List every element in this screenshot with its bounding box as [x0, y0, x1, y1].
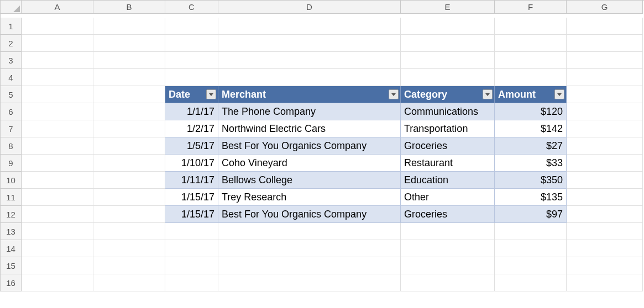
cell-G16[interactable]	[567, 274, 643, 291]
spreadsheet-grid[interactable]: ABCDEFG12345DateMerchantCategoryAmount61…	[0, 0, 644, 291]
cell-D13[interactable]	[218, 223, 401, 240]
cell-A14[interactable]	[22, 240, 93, 257]
cell-B11[interactable]	[93, 189, 165, 206]
cell-A1[interactable]	[22, 18, 93, 35]
column-header-A[interactable]: A	[22, 1, 93, 14]
cell-C4[interactable]	[165, 69, 218, 86]
cell-A9[interactable]	[22, 155, 93, 172]
cell-G10[interactable]	[567, 172, 643, 189]
cell-G13[interactable]	[567, 223, 643, 240]
cell-G7[interactable]	[567, 120, 643, 137]
cell-A12[interactable]	[22, 206, 93, 223]
cell-F4[interactable]	[495, 69, 567, 86]
cell-G15[interactable]	[567, 257, 643, 274]
cell-F2[interactable]	[495, 35, 567, 52]
table-cell-date[interactable]: 1/5/17	[165, 137, 218, 155]
cell-D4[interactable]	[218, 69, 401, 86]
row-header-4[interactable]: 4	[1, 69, 22, 86]
table-header-date[interactable]: Date	[165, 86, 218, 103]
row-header-7[interactable]: 7	[1, 120, 22, 137]
cell-F14[interactable]	[495, 240, 567, 257]
table-cell-category[interactable]: Transportation	[401, 120, 495, 137]
row-header-3[interactable]: 3	[1, 52, 22, 69]
cell-B12[interactable]	[93, 206, 165, 223]
cell-B15[interactable]	[93, 257, 165, 274]
table-cell-date[interactable]: 1/10/17	[165, 155, 218, 172]
table-header-merchant[interactable]: Merchant	[218, 86, 401, 103]
cell-E3[interactable]	[401, 52, 495, 69]
cell-B13[interactable]	[93, 223, 165, 240]
cell-G5[interactable]	[567, 86, 643, 103]
table-cell-date[interactable]: 1/15/17	[165, 206, 218, 223]
cell-B10[interactable]	[93, 172, 165, 189]
column-header-C[interactable]: C	[165, 1, 218, 14]
table-cell-merchant[interactable]: Coho Vineyard	[218, 155, 401, 172]
cell-F1[interactable]	[495, 18, 567, 35]
table-cell-merchant[interactable]: Best For You Organics Company	[218, 206, 401, 223]
cell-C14[interactable]	[165, 240, 218, 257]
cell-E15[interactable]	[401, 257, 495, 274]
table-cell-category[interactable]: Communications	[401, 103, 495, 120]
cell-B5[interactable]	[93, 86, 165, 103]
column-header-D[interactable]: D	[218, 1, 401, 14]
row-header-1[interactable]: 1	[1, 18, 22, 35]
cell-G11[interactable]	[567, 189, 643, 206]
column-header-E[interactable]: E	[401, 1, 495, 14]
cell-B8[interactable]	[93, 137, 165, 155]
filter-dropdown-icon[interactable]	[206, 89, 216, 99]
column-header-B[interactable]: B	[93, 1, 165, 14]
row-header-6[interactable]: 6	[1, 103, 22, 120]
table-header-category[interactable]: Category	[401, 86, 495, 103]
cell-F13[interactable]	[495, 223, 567, 240]
cell-G4[interactable]	[567, 69, 643, 86]
cell-A4[interactable]	[22, 69, 93, 86]
cell-G8[interactable]	[567, 137, 643, 155]
filter-dropdown-icon[interactable]	[483, 89, 493, 99]
cell-E16[interactable]	[401, 274, 495, 291]
cell-C2[interactable]	[165, 35, 218, 52]
row-header-16[interactable]: 16	[1, 274, 22, 291]
table-cell-merchant[interactable]: Best For You Organics Company	[218, 137, 401, 155]
row-header-13[interactable]: 13	[1, 223, 22, 240]
row-header-2[interactable]: 2	[1, 35, 22, 52]
filter-dropdown-icon[interactable]	[389, 89, 399, 99]
table-cell-merchant[interactable]: Northwind Electric Cars	[218, 120, 401, 137]
cell-C16[interactable]	[165, 274, 218, 291]
cell-A7[interactable]	[22, 120, 93, 137]
row-header-8[interactable]: 8	[1, 137, 22, 155]
table-cell-merchant[interactable]: Bellows College	[218, 172, 401, 189]
cell-A16[interactable]	[22, 274, 93, 291]
row-header-11[interactable]: 11	[1, 189, 22, 206]
cell-B9[interactable]	[93, 155, 165, 172]
table-cell-amount[interactable]: $350	[495, 172, 567, 189]
table-cell-category[interactable]: Education	[401, 172, 495, 189]
cell-E4[interactable]	[401, 69, 495, 86]
table-cell-amount[interactable]: $120	[495, 103, 567, 120]
cell-G2[interactable]	[567, 35, 643, 52]
cell-G1[interactable]	[567, 18, 643, 35]
cell-B7[interactable]	[93, 120, 165, 137]
table-cell-category[interactable]: Restaurant	[401, 155, 495, 172]
cell-D14[interactable]	[218, 240, 401, 257]
table-cell-category[interactable]: Other	[401, 189, 495, 206]
cell-A10[interactable]	[22, 172, 93, 189]
cell-B4[interactable]	[93, 69, 165, 86]
cell-B2[interactable]	[93, 35, 165, 52]
table-cell-date[interactable]: 1/15/17	[165, 189, 218, 206]
table-cell-merchant[interactable]: Trey Research	[218, 189, 401, 206]
cell-A11[interactable]	[22, 189, 93, 206]
cell-E2[interactable]	[401, 35, 495, 52]
row-header-5[interactable]: 5	[1, 86, 22, 103]
row-header-14[interactable]: 14	[1, 240, 22, 257]
column-header-G[interactable]: G	[567, 1, 643, 14]
cell-E13[interactable]	[401, 223, 495, 240]
cell-B6[interactable]	[93, 103, 165, 120]
cell-G14[interactable]	[567, 240, 643, 257]
cell-G9[interactable]	[567, 155, 643, 172]
cell-F15[interactable]	[495, 257, 567, 274]
cell-D1[interactable]	[218, 18, 401, 35]
table-cell-amount[interactable]: $135	[495, 189, 567, 206]
cell-G6[interactable]	[567, 103, 643, 120]
table-cell-amount[interactable]: $27	[495, 137, 567, 155]
table-header-amount[interactable]: Amount	[495, 86, 567, 103]
